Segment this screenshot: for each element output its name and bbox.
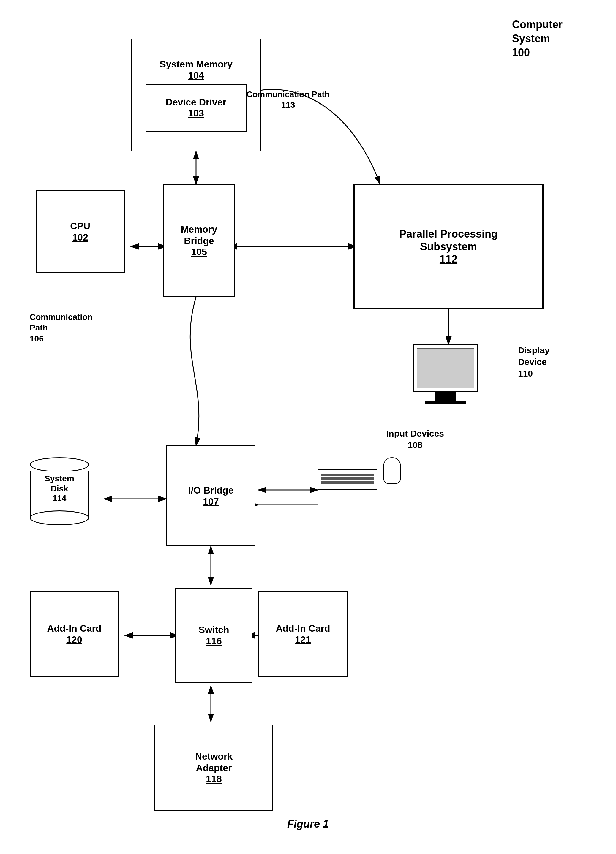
add-in-card-120-box: Add-In Card 120 bbox=[30, 591, 119, 677]
add-in-card-120-label: Add-In Card bbox=[47, 623, 101, 634]
memory-bridge-label: Memory Bridge bbox=[181, 224, 217, 247]
switch-num: 116 bbox=[206, 636, 221, 647]
add-in-card-121-label: Add-In Card bbox=[276, 623, 330, 634]
keyboard-line-3 bbox=[321, 481, 374, 484]
keyboard-line-1 bbox=[321, 474, 374, 476]
keyboard-lines bbox=[319, 470, 377, 488]
diagram: Computer System 100 System Memory 104 De… bbox=[0, 0, 616, 854]
device-driver-label: Device Driver bbox=[166, 96, 227, 108]
network-adapter-num: 118 bbox=[206, 773, 221, 784]
system-disk-num: 114 bbox=[30, 494, 89, 503]
monitor-stand bbox=[435, 392, 456, 401]
monitor-screen-inner bbox=[417, 348, 474, 388]
network-adapter-box: NetworkAdapter 118 bbox=[154, 724, 273, 811]
keyboard-line-2 bbox=[321, 477, 374, 480]
monitor-screen bbox=[413, 345, 478, 392]
add-in-card-121-box: Add-In Card 121 bbox=[258, 591, 348, 677]
cylinder-bottom-ellipse bbox=[30, 511, 89, 525]
parallel-processing-num: 112 bbox=[439, 253, 457, 265]
comm-path-106-label: CommunicationPath106 bbox=[30, 312, 93, 344]
system-memory-label: System Memory bbox=[160, 58, 232, 70]
network-adapter-label: NetworkAdapter bbox=[195, 751, 233, 773]
computer-system-label: Computer System 100 bbox=[512, 18, 563, 59]
memory-bridge-num: 105 bbox=[191, 247, 207, 258]
system-disk-label: SystemDisk bbox=[30, 474, 89, 494]
keyboard bbox=[318, 469, 377, 490]
mouse bbox=[383, 457, 401, 484]
mouse-line bbox=[392, 470, 392, 474]
display-device-label: DisplayDevice110 bbox=[518, 345, 577, 379]
input-devices-label: Input Devices108 bbox=[386, 428, 444, 451]
add-in-card-121-num: 121 bbox=[295, 634, 311, 645]
cylinder-top bbox=[30, 457, 89, 472]
system-memory-box: System Memory 104 Device Driver 103 bbox=[131, 39, 261, 151]
comm-path-113-label: Communication Path113 bbox=[247, 89, 330, 111]
monitor-base bbox=[425, 401, 466, 404]
io-bridge-label: I/O Bridge bbox=[188, 485, 234, 496]
memory-bridge-box: Memory Bridge 105 bbox=[163, 184, 235, 297]
io-bridge-num: 107 bbox=[203, 496, 219, 507]
parallel-processing-label: Parallel ProcessingSubsystem bbox=[399, 227, 498, 253]
switch-box: Switch 116 bbox=[175, 588, 252, 683]
cpu-box: CPU 102 bbox=[36, 190, 125, 273]
switch-label: Switch bbox=[198, 624, 229, 636]
cpu-num: 102 bbox=[72, 232, 88, 243]
system-memory-num: 104 bbox=[188, 70, 204, 81]
arrows-svg bbox=[0, 0, 616, 854]
device-driver-num: 103 bbox=[188, 108, 204, 119]
io-bridge-box: I/O Bridge 107 bbox=[166, 445, 255, 546]
parallel-processing-box: Parallel ProcessingSubsystem 112 bbox=[354, 184, 544, 309]
figure-caption: Figure 1 bbox=[264, 818, 352, 830]
system-disk: SystemDisk 114 bbox=[30, 457, 89, 519]
device-driver-box: Device Driver 103 bbox=[146, 84, 247, 131]
add-in-card-120-num: 120 bbox=[66, 634, 82, 645]
cpu-label: CPU bbox=[70, 220, 90, 232]
display-device bbox=[413, 345, 478, 404]
